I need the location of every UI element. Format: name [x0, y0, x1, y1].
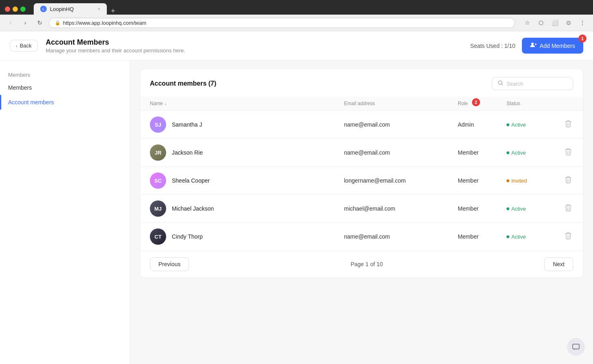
account-button[interactable]: ⊙	[563, 17, 574, 28]
seats-used-label: Seats Used : 1/10	[470, 43, 515, 49]
new-tab-button[interactable]: +	[108, 7, 119, 15]
members-table: Name ↓ Email address Role 2	[140, 97, 583, 250]
add-members-label: Add Members	[540, 43, 575, 49]
add-members-button[interactable]: Add Members 1	[522, 38, 583, 54]
address-bar[interactable]: 🔒 https://www.app.loopinhq.com/team	[49, 18, 515, 28]
svg-point-2	[531, 43, 534, 45]
table-row: JR Jackson Rie name@email.com Member Act…	[140, 139, 583, 167]
role-cell: Member	[448, 167, 497, 195]
card-title: Account members (7)	[150, 80, 216, 87]
chat-button[interactable]	[567, 338, 585, 356]
member-name: Sheela Cooper	[172, 177, 210, 184]
member-name: Samantha J	[172, 121, 202, 128]
table-row: CT Cindy Thorp name@email.com Member Act…	[140, 223, 583, 251]
table-row: SJ Samantha J name@email.com Admin Activ…	[140, 111, 583, 139]
lock-icon: 🔒	[55, 20, 61, 26]
svg-point-5	[498, 81, 502, 84]
active-tab[interactable]: L LoopinHQ ×	[34, 3, 107, 15]
window-button[interactable]: ⬜	[549, 17, 561, 28]
col-role-header: Role	[458, 101, 468, 106]
delete-button[interactable]	[563, 174, 573, 187]
sidebar-item-account-members[interactable]: Account members	[0, 95, 130, 110]
email-cell: name@email.com	[334, 223, 448, 251]
bookmark-button[interactable]: ☆	[522, 17, 533, 28]
member-cell: JR Jackson Rie	[150, 144, 325, 161]
avatar: CT	[150, 228, 166, 245]
tab-close-icon[interactable]: ×	[98, 6, 100, 11]
table-row: MJ Michael Jackson michael@email.com Mem…	[140, 195, 583, 223]
sort-arrow-icon: ↓	[164, 101, 167, 106]
status-label: Invited	[511, 178, 527, 184]
status-cell: Active	[497, 195, 554, 223]
action-cell	[554, 195, 583, 223]
menu-button[interactable]: ⋮	[577, 17, 588, 28]
add-members-badge: 1	[578, 34, 587, 43]
page-subtitle: Manage your members and their account pe…	[46, 47, 185, 54]
status-cell: Active	[497, 111, 554, 139]
col-role-header-wrap: Role 2	[458, 101, 468, 106]
member-name: Cindy Thorp	[172, 233, 203, 240]
avatar: JR	[150, 144, 166, 161]
status-dot	[506, 207, 509, 210]
search-icon	[498, 80, 503, 87]
col-email-header: Email address	[344, 101, 375, 106]
member-cell: SC Sheela Cooper	[150, 172, 325, 189]
status-dot	[506, 235, 509, 238]
back-label: Back	[20, 43, 32, 49]
status-cell: Active	[497, 139, 554, 167]
next-button[interactable]: Next	[544, 257, 573, 271]
card-header: Account members (7)	[140, 69, 583, 97]
pagination-info: Page 1 of 10	[351, 261, 383, 267]
sidebar-group-label: Members	[0, 69, 130, 80]
avatar: SC	[150, 172, 166, 189]
header-actions: Seats Used : 1/10 Add Members 1	[470, 38, 583, 54]
email-cell: name@email.com	[334, 139, 448, 167]
status-cell: Invited	[497, 167, 554, 195]
delete-button[interactable]	[563, 230, 573, 243]
email-cell: michael@email.com	[334, 195, 448, 223]
page-title: Account Members	[46, 38, 185, 47]
app-container: ‹ Back Account Members Manage your membe…	[0, 31, 593, 364]
delete-button[interactable]	[563, 202, 573, 215]
avatar: SJ	[150, 116, 166, 133]
search-input[interactable]	[506, 81, 567, 87]
pagination: Previous Page 1 of 10 Next	[140, 250, 583, 278]
sidebar: Members Members Account members	[0, 60, 130, 364]
sidebar-item-members[interactable]: Members	[0, 80, 130, 95]
forward-nav-button[interactable]: ›	[19, 17, 31, 28]
add-members-icon	[530, 42, 537, 50]
extensions-button[interactable]: ⬡	[535, 17, 547, 28]
member-cell: SJ Samantha J	[150, 116, 325, 133]
delete-button[interactable]	[563, 118, 573, 131]
sidebar-members-label: Members	[8, 84, 32, 91]
refresh-button[interactable]: ↻	[34, 17, 45, 28]
app-body: Members Members Account members Account …	[0, 60, 593, 364]
action-cell	[554, 111, 583, 139]
status-dot	[506, 151, 509, 154]
app-header: ‹ Back Account Members Manage your membe…	[0, 31, 593, 60]
role-cell: Member	[448, 139, 497, 167]
minimize-dot[interactable]	[13, 6, 18, 12]
delete-button[interactable]	[563, 146, 573, 159]
status-label: Active	[511, 122, 526, 128]
status-label: Active	[511, 206, 526, 212]
role-cell: Admin	[448, 111, 497, 139]
avatar: MJ	[150, 200, 166, 217]
back-button[interactable]: ‹ Back	[10, 40, 38, 52]
col-status-header: Status	[506, 101, 520, 106]
svg-text:L: L	[43, 8, 45, 11]
member-cell: MJ Michael Jackson	[150, 200, 325, 217]
email-cell: longername@email.com	[334, 167, 448, 195]
role-cell: Member	[448, 223, 497, 251]
action-cell	[554, 223, 583, 251]
previous-button[interactable]: Previous	[150, 257, 189, 271]
col-name-header: Name	[150, 101, 163, 106]
maximize-dot[interactable]	[20, 6, 26, 12]
tab-favicon: L	[40, 6, 47, 12]
svg-line-6	[502, 84, 503, 85]
member-name: Michael Jackson	[172, 205, 214, 212]
close-dot[interactable]	[5, 6, 10, 12]
search-box[interactable]	[492, 77, 573, 90]
status-label: Active	[511, 234, 526, 240]
back-nav-button[interactable]: ‹	[5, 17, 16, 28]
